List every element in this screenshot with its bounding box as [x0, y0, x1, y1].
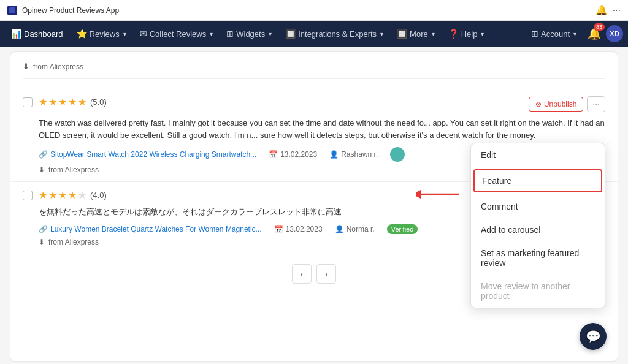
dropdown-edit[interactable]: Edit [471, 143, 605, 167]
chat-icon: 💬 [586, 329, 601, 344]
nav-integrations-label: Integrations & Experts [298, 29, 377, 39]
next-page-button[interactable]: › [316, 264, 336, 284]
star-1: ★ [39, 96, 47, 108]
nav-integrations[interactable]: 🔲 Integrations & Experts ▾ [279, 26, 389, 42]
integrations-chevron: ▾ [380, 31, 383, 37]
review-1-left: ★ ★ ★ ★ ★ (5.0) [23, 96, 107, 108]
collect-icon: ✉ [140, 29, 147, 39]
svg-rect-0 [9, 7, 15, 13]
dropdown-feature[interactable]: Feature [473, 169, 602, 192]
integrations-icon: 🔲 [285, 29, 296, 39]
nav-collect-reviews[interactable]: ✉ Collect Reviews ▾ [134, 26, 219, 42]
app-logo [7, 6, 17, 15]
review-1-actions: ⊗ Unpublish ··· [529, 96, 605, 112]
nav-bell[interactable]: 🔔 83 [588, 27, 601, 40]
review-1-rating: (5.0) [90, 97, 107, 107]
calendar-icon: 📅 [269, 150, 278, 159]
chat-button[interactable]: 💬 [580, 323, 607, 350]
r2-star-5: ★ [78, 189, 86, 201]
nav-help-label: Help [461, 29, 478, 39]
unpublish-icon: ⊗ [535, 100, 542, 108]
r2-user-icon: 👤 [335, 225, 344, 233]
r2-calendar-icon: 📅 [274, 225, 283, 233]
widgets-icon: ⊞ [226, 29, 234, 39]
nav-account[interactable]: ⊞ Account ▾ [525, 26, 583, 42]
dropdown-add-carousel[interactable]: Add to carousel [471, 218, 605, 241]
nav-reviews[interactable]: ⭐ Reviews ▾ [71, 26, 132, 42]
review-2-checkbox[interactable] [23, 191, 33, 200]
nav-right: ⊞ Account ▾ 🔔 83 XD [525, 25, 623, 42]
account-chevron: ▾ [573, 31, 576, 37]
nav-bar: 📊 Dashboard ⭐ Reviews ▾ ✉ Collect Review… [0, 21, 628, 47]
review-2-date: 📅 13.02.2023 [274, 225, 323, 233]
nav-more-label: More [410, 29, 428, 39]
r2-star-3: ★ [58, 189, 67, 201]
review-1-download-icon: ⬇ [39, 165, 45, 174]
review-1-from-text: from Aliexpress [48, 165, 99, 174]
download-icon: ⬇ [23, 62, 29, 71]
star-5: ★ [78, 96, 86, 108]
link-icon: 🔗 [39, 150, 48, 159]
top-section: ⬇ from Aliexpress [10, 52, 618, 89]
review-1-avatar [390, 147, 405, 162]
review-2-stars: ★ ★ ★ ★ ★ (4.0) [39, 189, 107, 201]
nav-account-label: Account [541, 29, 570, 39]
r2-star-2: ★ [48, 189, 57, 201]
star-3: ★ [58, 96, 67, 108]
review-1-header: ★ ★ ★ ★ ★ (5.0) ⊗ Unpublish ··· [23, 96, 605, 112]
nav-avatar[interactable]: XD [606, 25, 623, 42]
top-from-aliexpress: ⬇ from Aliexpress [23, 62, 605, 79]
nav-collect-label: Collect Reviews [150, 29, 206, 39]
review-1-author: 👤 Rashawn r. [329, 150, 378, 159]
app-title: Opinew Product Reviews App [22, 6, 119, 15]
review-2-product-link[interactable]: 🔗 Luxury Women Bracelet Quartz Watches F… [39, 225, 262, 233]
nav-badge: 83 [594, 23, 605, 31]
review-1-product-link[interactable]: 🔗 SitopWear Smart Watch 2022 Wireless Ch… [39, 150, 256, 159]
reviews-chevron: ▾ [123, 31, 126, 37]
review-2-product-name: Luxury Women Bracelet Quartz Watches For… [50, 225, 262, 233]
dropdown-set-marketing[interactable]: Set as marketing featured review [471, 241, 605, 275]
r2-star-4: ★ [68, 189, 77, 201]
nav-widgets-label: Widgets [236, 29, 265, 39]
more-chevron: ▾ [432, 31, 435, 37]
review-1-product-name: SitopWear Smart Watch 2022 Wireless Char… [50, 150, 256, 159]
nav-dashboard[interactable]: 📊 Dashboard [5, 26, 69, 42]
collect-chevron: ▾ [210, 31, 213, 37]
review-1-text: The watch was delivered pretty fast. I m… [39, 117, 605, 141]
context-dropdown: Edit Feature Comment Add to carousel Set… [470, 143, 605, 308]
review-1-date: 📅 13.02.2023 [269, 150, 317, 159]
reviews-icon: ⭐ [77, 29, 87, 39]
unpublish-label: Unpublish [544, 100, 576, 108]
widgets-chevron: ▾ [269, 31, 272, 37]
title-bar-actions: 🔔 ··· [595, 4, 621, 16]
dropdown-move-review: Move review to another product [471, 275, 605, 308]
main-content: ⬇ from Aliexpress ★ ★ ★ ★ ★ (5.0) ⊗ U [10, 51, 618, 362]
star-4: ★ [68, 96, 77, 108]
top-from-text: from Aliexpress [33, 63, 83, 71]
review-1-more-button[interactable]: ··· [587, 96, 605, 112]
r2-star-1: ★ [39, 189, 47, 201]
star-2: ★ [48, 96, 57, 108]
nav-widgets[interactable]: ⊞ Widgets ▾ [220, 26, 278, 42]
bell-icon[interactable]: 🔔 [595, 4, 608, 16]
review-1-checkbox[interactable] [23, 97, 33, 107]
nav-help[interactable]: ❓ Help ▾ [442, 26, 491, 42]
unpublish-button[interactable]: ⊗ Unpublish [529, 97, 583, 112]
verified-badge: Verified [387, 224, 418, 234]
prev-page-button[interactable]: ‹ [292, 264, 312, 284]
review-2-rating: (4.0) [90, 191, 107, 200]
dashboard-icon: 📊 [11, 29, 21, 39]
more-nav-icon: 🔲 [397, 29, 407, 39]
more-icon[interactable]: ··· [613, 5, 621, 16]
review-1-stars: ★ ★ ★ ★ ★ (5.0) [39, 96, 107, 108]
nav-dashboard-label: Dashboard [24, 29, 63, 39]
r2-download-icon: ⬇ [39, 238, 45, 246]
review-2-author: 👤 Norma r. [335, 225, 375, 233]
nav-more[interactable]: 🔲 More ▾ [391, 26, 441, 42]
user-icon: 👤 [329, 150, 339, 159]
review-2-left: ★ ★ ★ ★ ★ (4.0) [23, 189, 107, 201]
dropdown-comment[interactable]: Comment [471, 195, 605, 218]
r2-link-icon: 🔗 [39, 225, 48, 233]
nav-reviews-label: Reviews [90, 29, 120, 39]
help-icon: ❓ [448, 29, 459, 39]
